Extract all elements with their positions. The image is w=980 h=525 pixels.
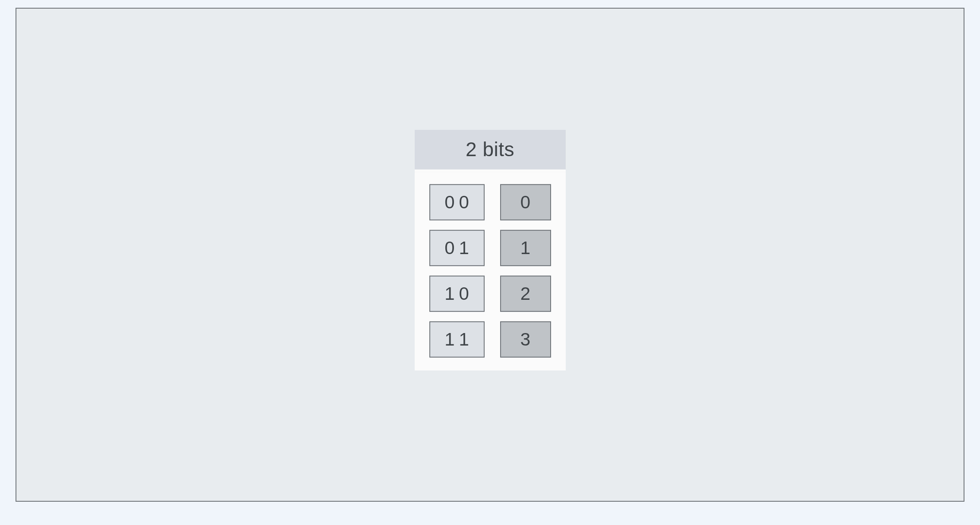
- bits-row: 00 0: [426, 184, 555, 220]
- card-title: 2 bits: [415, 129, 566, 172]
- bits-cell: 01: [429, 229, 485, 266]
- bits-row: 11 3: [426, 321, 555, 357]
- decimal-cell: 2: [500, 275, 551, 311]
- bits-cell: 10: [429, 275, 485, 311]
- bits-row: 01 1: [426, 229, 555, 266]
- diagram-frame: 2 bits 00 0 01 1 10 2 11 3: [16, 8, 964, 502]
- decimal-cell: 3: [500, 321, 551, 357]
- decimal-cell: 0: [500, 184, 551, 220]
- bits-row: 10 2: [426, 275, 555, 311]
- bits-card: 2 bits 00 0 01 1 10 2 11 3: [415, 129, 566, 370]
- rows-container: 00 0 01 1 10 2 11 3: [415, 172, 566, 370]
- decimal-cell: 1: [500, 229, 551, 266]
- bits-cell: 00: [429, 184, 485, 220]
- bits-cell: 11: [429, 321, 485, 357]
